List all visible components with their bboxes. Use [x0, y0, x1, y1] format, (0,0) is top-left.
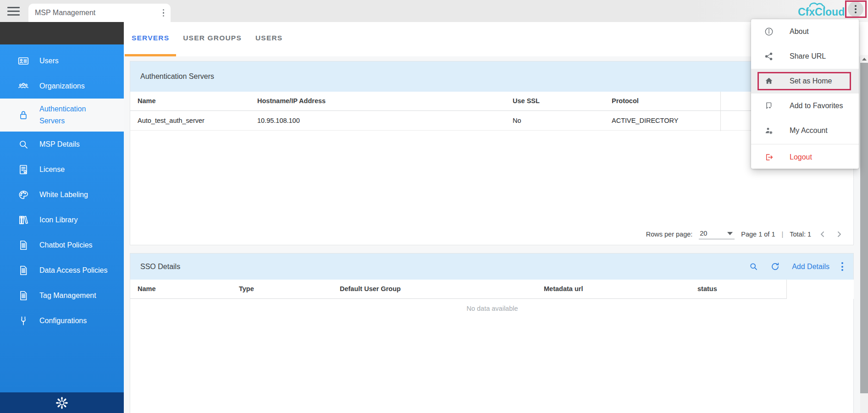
auth-table-header: Name Hostname/IP Address Use SSL Protoco…	[130, 92, 853, 111]
sso-table-header: Name Type Default User Group Metadata ur…	[130, 280, 853, 299]
magnifier-icon	[17, 138, 29, 150]
authentication-servers-panel: Authentication Servers Name Hostname/IP …	[130, 61, 854, 245]
hamburger-menu-icon[interactable]	[7, 7, 20, 16]
app-window: MSP Management CfxCloud Users Organizati…	[0, 0, 868, 413]
column-header: Use SSL	[513, 97, 540, 105]
bookmark-heart-icon	[764, 101, 774, 111]
license-document-icon	[17, 164, 29, 176]
rows-per-page-value: 20	[700, 230, 707, 237]
gear-icon[interactable]	[55, 396, 69, 410]
cell-ssl: No	[513, 117, 521, 124]
info-circle-icon	[764, 27, 774, 37]
sidebar-item-msp-details[interactable]: MSP Details	[0, 132, 124, 157]
sidebar-item-white-labeling[interactable]: White Labeling	[0, 182, 124, 207]
cfxcloud-logo[interactable]: CfxCloud	[791, 0, 846, 21]
share-icon	[764, 51, 774, 61]
scrollbar-up-button[interactable]	[860, 55, 868, 63]
document-lines-icon	[17, 239, 29, 251]
prev-page-button[interactable]	[818, 229, 828, 239]
column-header: Type	[239, 285, 254, 292]
people-group-icon	[17, 80, 29, 92]
cell-protocol: ACTIVE_DIRECTORY	[612, 117, 678, 124]
lock-icon	[17, 109, 29, 121]
column-header: Metadata url	[544, 285, 583, 292]
sidebar-item-label: Data Access Policies	[39, 264, 112, 276]
books-icon	[17, 214, 29, 226]
sidebar-item-label: Organizations	[39, 80, 112, 92]
tab-servers[interactable]: SERVERS	[125, 22, 176, 56]
page-info: Page 1 of 1	[741, 231, 775, 238]
column-header: Default User Group	[340, 285, 401, 292]
sidebar-item-users[interactable]: Users	[0, 48, 124, 73]
add-details-button[interactable]: Add Details	[792, 263, 829, 271]
sidebar-item-label: MSP Details	[39, 138, 112, 150]
sidebar-item-configurations[interactable]: Configurations	[0, 308, 124, 333]
document-lines-icon	[17, 264, 29, 276]
total-count: Total: 1	[790, 231, 811, 238]
sso-panel-header: SSO Details Add Details	[130, 253, 853, 280]
column-header: status	[697, 285, 717, 292]
sidebar-item-label: License	[39, 164, 112, 176]
auth-panel-title: Authentication Servers	[140, 72, 843, 81]
sso-panel-actions: Add Details	[749, 262, 843, 271]
vertical-scrollbar	[860, 55, 868, 413]
tab-user-groups[interactable]: USER GROUPS	[176, 22, 249, 56]
sidebar-nav: Users Organizations Authentication Serve…	[0, 44, 124, 392]
id-card-icon	[17, 55, 29, 67]
global-dropdown-menu: About Share URL Set as Home Add to Favor…	[751, 19, 859, 169]
chevron-down-icon	[727, 232, 733, 235]
wrench-icon	[17, 315, 29, 327]
palette-icon	[17, 189, 29, 201]
menu-item-set-as-home[interactable]: Set as Home	[751, 69, 859, 94]
search-icon[interactable]	[749, 262, 758, 271]
menu-item-my-account[interactable]: My Account	[751, 118, 859, 143]
scrollbar-thumb[interactable]	[860, 63, 868, 393]
cell-name: Auto_test_auth_server	[138, 117, 205, 124]
column-header: Protocol	[612, 97, 639, 105]
chevron-right-icon	[835, 231, 843, 238]
sidebar-item-label: Chatbot Policies	[39, 239, 112, 251]
chevron-left-icon	[819, 231, 826, 238]
auth-table-row[interactable]: Auto_test_auth_server 10.95.108.100 No A…	[130, 111, 853, 131]
logout-icon	[764, 152, 774, 162]
sidebar-logo-area	[0, 22, 124, 44]
menu-item-add-to-favorites[interactable]: Add to Favorites	[751, 94, 859, 118]
global-menu-kebab-button[interactable]	[848, 1, 863, 17]
sidebar-item-tag-management[interactable]: Tag Management	[0, 283, 124, 308]
sso-actions-column	[786, 280, 854, 299]
sso-more-kebab-icon[interactable]	[841, 262, 843, 271]
kebab-vertical-icon	[855, 5, 857, 13]
app-tab-title: MSP Management	[35, 9, 163, 17]
sidebar-item-license[interactable]: License	[0, 157, 124, 182]
sidebar-item-label: Tag Management	[39, 290, 112, 302]
rows-per-page-label: Rows per page:	[646, 231, 693, 238]
sidebar-item-label: Users	[39, 55, 112, 67]
home-icon	[764, 76, 774, 86]
column-header: Name	[138, 285, 156, 292]
menu-divider	[751, 144, 859, 144]
app-tab-kebab-icon[interactable]	[163, 9, 165, 17]
sidebar-item-organizations[interactable]: Organizations	[0, 73, 124, 99]
refresh-icon[interactable]	[770, 262, 780, 271]
app-tab[interactable]: MSP Management	[28, 4, 171, 22]
next-page-button[interactable]	[834, 229, 844, 239]
pagination-separator: |	[781, 231, 783, 238]
sso-details-panel: SSO Details Add Details Name Type Defaul…	[130, 253, 854, 413]
sidebar-item-authentication-servers[interactable]: Authentication Servers	[0, 99, 124, 132]
sidebar-settings-strip	[0, 392, 124, 413]
sidebar-item-chatbot-policies[interactable]: Chatbot Policies	[0, 232, 124, 258]
fixed-column-divider	[720, 92, 721, 131]
menu-item-about[interactable]: About	[751, 19, 859, 44]
sidebar-item-label: White Labeling	[39, 189, 112, 201]
pagination-bar: Rows per page: 20 Page 1 of 1 | Total: 1	[646, 229, 844, 239]
tab-users[interactable]: USERS	[249, 22, 289, 56]
document-lines-icon	[17, 290, 29, 302]
rows-per-page-select[interactable]: 20	[699, 229, 735, 239]
auth-panel-header: Authentication Servers	[130, 61, 853, 92]
sidebar-item-data-access-policies[interactable]: Data Access Policies	[0, 258, 124, 283]
menu-item-share-url[interactable]: Share URL	[751, 44, 859, 69]
sidebar-item-icon-library[interactable]: Icon Library	[0, 207, 124, 232]
sidebar-item-label: Configurations	[39, 315, 112, 327]
menu-item-logout[interactable]: Logout	[751, 145, 859, 169]
sidebar-item-label: Authentication Servers	[39, 103, 112, 127]
